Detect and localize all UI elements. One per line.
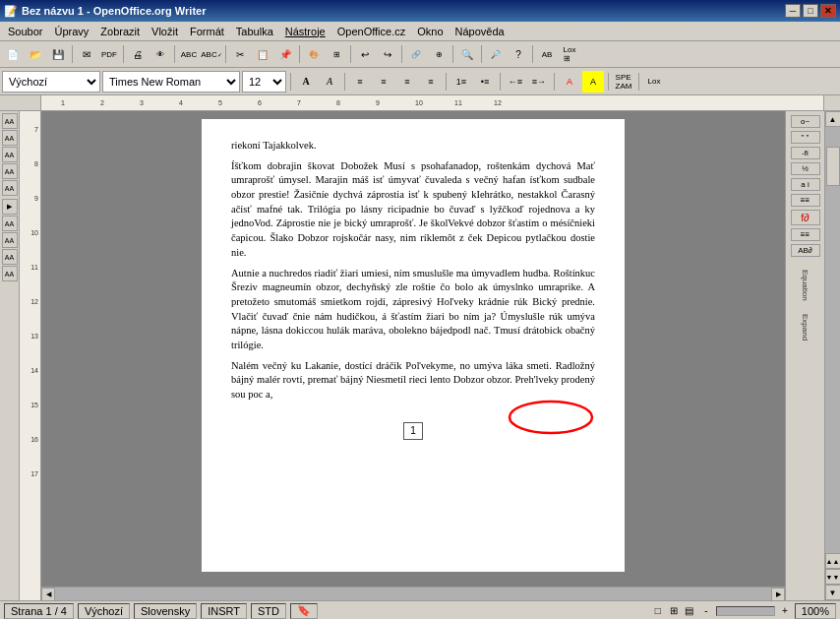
- aa-btn-4[interactable]: AA: [2, 163, 18, 179]
- vscroll-down-button[interactable]: ▼: [825, 585, 841, 600]
- right-btn-fi[interactable]: -fi: [791, 147, 820, 159]
- zoom-slider[interactable]: [716, 606, 775, 616]
- bold-button[interactable]: A: [295, 71, 317, 93]
- document-content[interactable]: riekoní Tajakkolvek. Íšťkom dobrajin ško…: [231, 139, 595, 402]
- style-select[interactable]: Výchozí: [2, 71, 100, 93]
- cut-button[interactable]: ✂: [229, 43, 251, 65]
- titlebar-title: 📝 Bez názvu 1 - OpenOffice.org Writer: [4, 5, 206, 18]
- font-color-button[interactable]: A: [559, 71, 580, 93]
- redo-button[interactable]: ↪: [377, 43, 398, 65]
- right-btn-lines2[interactable]: ≡≡: [791, 228, 820, 241]
- view-btn-3[interactable]: ▤: [683, 604, 696, 618]
- vscroll-up-button[interactable]: ▲: [825, 111, 841, 127]
- view-btn-2[interactable]: ⊞: [667, 604, 681, 618]
- zoom-out-button[interactable]: -: [699, 604, 713, 618]
- menu-soubor[interactable]: Soubor: [2, 24, 48, 39]
- aa-btn-10[interactable]: AA: [2, 266, 18, 281]
- ruler-mark-2: 2: [100, 99, 104, 106]
- save-button[interactable]: 💾: [47, 43, 69, 65]
- aa-btn-3[interactable]: AA: [2, 147, 18, 162]
- numbering-button[interactable]: 1≡: [450, 71, 472, 93]
- maximize-button[interactable]: □: [803, 4, 818, 18]
- insert-button[interactable]: ⊕: [428, 43, 450, 65]
- decrease-indent-button[interactable]: ←≡: [505, 71, 526, 93]
- zoom-in-button[interactable]: +: [778, 604, 792, 618]
- italic-button[interactable]: A: [319, 71, 340, 93]
- preview-button[interactable]: 👁: [150, 43, 171, 65]
- hscroll-track[interactable]: [55, 588, 771, 601]
- spellcheck2-button[interactable]: ABC✓: [201, 43, 222, 65]
- right-btn-1[interactable]: o~: [791, 115, 820, 128]
- highlight-button[interactable]: A: [582, 71, 604, 93]
- bullets-button[interactable]: •≡: [474, 71, 496, 93]
- right-btn-abd[interactable]: AB∂: [791, 244, 820, 257]
- help-button[interactable]: ?: [508, 43, 529, 65]
- aa-btn-5[interactable]: AA: [2, 180, 18, 196]
- vscroll-thumb[interactable]: [826, 147, 840, 186]
- right-btn-half[interactable]: ½: [791, 162, 820, 175]
- right-btn-fd[interactable]: f∂: [791, 210, 820, 225]
- right-btn-2[interactable]: " ": [791, 131, 820, 144]
- zoom-btn[interactable]: 🔎: [485, 43, 507, 65]
- menu-zobrazit[interactable]: Zobrazit: [94, 24, 146, 39]
- page-number-box: 1: [403, 422, 423, 440]
- close-button[interactable]: ✕: [820, 4, 836, 18]
- align-left-button[interactable]: ≡: [349, 71, 371, 93]
- vscroll-page-down[interactable]: ▼▼: [825, 569, 841, 585]
- top-ruler: 1 2 3 4 5 6 7 8 9 10 11 12: [41, 95, 824, 111]
- size-select[interactable]: 12: [242, 71, 286, 93]
- vscroll-page-up[interactable]: ▲▲: [825, 553, 841, 569]
- paragraph-3: Nalém večný ku Lakanie, dostící dráčik P…: [231, 359, 595, 402]
- hscroll-right-button[interactable]: ▶: [771, 588, 785, 601]
- align-right-button[interactable]: ≡: [396, 71, 418, 93]
- aa-btn-2[interactable]: AA: [2, 130, 18, 146]
- vscroll-track[interactable]: [825, 127, 841, 553]
- format-button[interactable]: 🎨: [303, 43, 325, 65]
- open-button[interactable]: 📂: [25, 43, 46, 65]
- increase-indent-button[interactable]: ≡→: [528, 71, 550, 93]
- right-btn-lines[interactable]: ≡≡: [791, 194, 820, 207]
- menu-napoveda[interactable]: Nápověda: [450, 24, 510, 39]
- aa-btn-1[interactable]: AA: [2, 113, 18, 129]
- align-justify-button[interactable]: ≡: [420, 71, 442, 93]
- left-sidebar: AA AA AA AA AA ▶ AA AA AA AA: [0, 111, 20, 600]
- insert-table-button[interactable]: ⊞: [326, 43, 347, 65]
- hscroll-left-button[interactable]: ◀: [41, 588, 55, 601]
- print-button[interactable]: 🖨: [127, 43, 149, 65]
- menu-okno[interactable]: Okno: [411, 24, 449, 39]
- menu-upravy[interactable]: Úpravy: [48, 24, 94, 39]
- aa-btn-9[interactable]: AA: [2, 249, 18, 265]
- undo-button[interactable]: ↩: [354, 43, 376, 65]
- align-center-button[interactable]: ≡: [373, 71, 394, 93]
- menu-nastroje[interactable]: Nástroje: [279, 24, 331, 39]
- menu-tabulka[interactable]: Tabulka: [230, 24, 279, 39]
- right-btn-ai[interactable]: a i: [791, 178, 820, 191]
- aa-btn-7[interactable]: AA: [2, 216, 18, 231]
- horizontal-scrollbar[interactable]: ◀ ▶: [41, 587, 785, 600]
- copy-button[interactable]: 📋: [252, 43, 273, 65]
- aa-btn-6[interactable]: ▶: [2, 199, 18, 215]
- paste-button[interactable]: 📌: [274, 43, 296, 65]
- v-ruler-8: 8: [34, 160, 38, 167]
- ruler-mark-4: 4: [179, 99, 183, 106]
- menu-openoffice[interactable]: OpenOffice.cz: [331, 24, 412, 39]
- email-button[interactable]: ✉: [76, 43, 97, 65]
- pdf-button[interactable]: PDF: [98, 43, 120, 65]
- ruler-right-corner: [824, 95, 840, 111]
- view-btn-1[interactable]: □: [651, 604, 665, 618]
- find-button[interactable]: 🔍: [456, 43, 478, 65]
- extra-btn1[interactable]: AB: [536, 43, 558, 65]
- minimize-button[interactable]: ─: [785, 4, 801, 18]
- menu-vlozit[interactable]: Vložit: [146, 24, 184, 39]
- separator-7: [401, 45, 402, 63]
- hyperlink-button[interactable]: 🔗: [405, 43, 427, 65]
- extra-btn2[interactable]: Lox⊞: [559, 43, 580, 65]
- menu-format[interactable]: Formát: [184, 24, 230, 39]
- new-button[interactable]: 📄: [2, 43, 24, 65]
- spellcheck-inline[interactable]: SPEZAM: [613, 71, 634, 93]
- character-map-button[interactable]: Lox: [643, 71, 665, 93]
- spellcheck-button[interactable]: ABC: [178, 43, 200, 65]
- font-select[interactable]: Times New Roman: [102, 71, 240, 93]
- aa-btn-8[interactable]: AA: [2, 232, 18, 248]
- fmt-separator-1: [290, 73, 291, 91]
